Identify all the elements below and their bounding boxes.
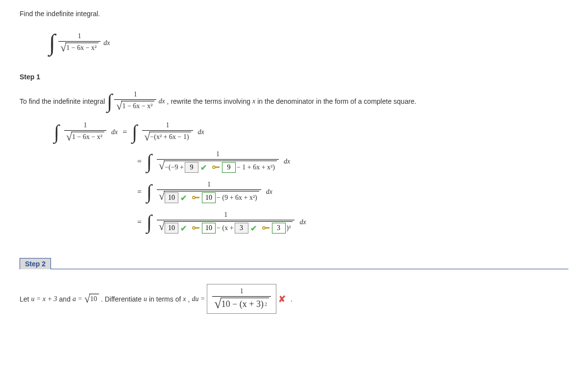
check-icon: ✔ [180, 193, 187, 203]
check-icon: ✔ [180, 224, 187, 233]
key-icon [212, 164, 220, 171]
text: , [188, 295, 190, 303]
answer-input-5[interactable] [165, 223, 178, 234]
radicand: 1 − 6x − x² [65, 43, 98, 52]
radicand: 10 [89, 294, 99, 303]
eq-row-4: = ∫ 1 √ ✔ − (x + [137, 211, 568, 234]
radicand: 1 − 6x − x² [121, 101, 154, 110]
main-integral: ∫ 1 √ 1 − 6x − x² dx [49, 32, 568, 53]
answer-input-4[interactable] [202, 192, 216, 203]
answer-input-3[interactable] [165, 192, 178, 203]
equals-sign: = [122, 128, 127, 137]
step2-divider [20, 269, 568, 269]
check-icon: ✔ [250, 224, 257, 233]
text: and [59, 295, 71, 303]
u-def: u = x + 3 [31, 295, 57, 303]
numerator: 1 [132, 91, 139, 99]
dx-label: dx [158, 97, 165, 105]
key-icon [262, 224, 270, 232]
dx-label: dx [103, 39, 110, 47]
radicand: 1 − 6x − x² [71, 132, 104, 141]
text: To find the indefinite integral [20, 97, 105, 105]
integral-sign-icon: ∫ [132, 124, 137, 140]
text: , rewrite the terms involving [167, 97, 250, 105]
numerator: 1 [222, 211, 229, 220]
integral-sign-icon: ∫ [54, 124, 59, 140]
text: − (9 + 6x + x²) [217, 194, 257, 202]
dx-label: dx [198, 128, 204, 136]
equals-sign: = [137, 157, 142, 166]
numerator: 1 [214, 150, 221, 159]
text: −(−9 + [165, 164, 184, 171]
step2-header: Step 2 [20, 258, 51, 269]
du-answer-box[interactable]: 1 √ 10 − (x + 3)2 [207, 284, 276, 314]
var-u: u [144, 295, 147, 303]
cross-icon: ✘ [278, 294, 286, 305]
a-def: a = [73, 295, 82, 303]
numerator: 1 [76, 32, 83, 41]
var-x: x [252, 97, 255, 105]
text: − 1 + 6x + x²) [237, 164, 275, 171]
dx-label: dx [266, 188, 272, 196]
question-prompt: Find the indefinite integral. [20, 10, 568, 18]
key-icon [192, 224, 200, 232]
radicand: −(x² + 6x − 1) [149, 132, 191, 141]
eq-row-2: = ∫ 1 √ −(−9 + ✔ − 1 + 6x + x²) [137, 150, 568, 173]
numerator: 1 [205, 181, 213, 189]
text: . Differentiate [101, 295, 142, 303]
dx-label: dx [299, 218, 306, 226]
numerator: 1 [82, 121, 89, 130]
equals-sign: = [137, 218, 142, 227]
text: in terms of [149, 295, 181, 303]
text: Let [20, 295, 29, 303]
dot: . [291, 295, 293, 303]
answer-input-8[interactable] [272, 223, 286, 234]
integral-sign-icon: ∫ [147, 154, 152, 169]
du-label: du = [192, 295, 205, 303]
key-icon [192, 194, 200, 202]
text: in the denominator in the form of a comp… [257, 97, 416, 105]
integral-sign-icon: ∫ [107, 94, 112, 109]
eq-row-3: = ∫ 1 √ ✔ − (9 + 6x + x²) [137, 181, 568, 203]
check-icon: ✔ [200, 163, 207, 172]
step1-intro: To find the indefinite integral ∫ 1 √ 1 … [20, 91, 568, 112]
numerator: 1 [164, 121, 171, 130]
answer-input-7[interactable] [235, 223, 248, 234]
integral-sign-icon: ∫ [49, 33, 55, 52]
dx-label: dx [111, 128, 118, 136]
answer-input-6[interactable] [202, 223, 216, 234]
answer-input-1[interactable] [185, 162, 198, 173]
step2-line: Let u = x + 3 and a = √ 10 . Differentia… [20, 284, 568, 314]
text: )² [287, 224, 291, 232]
text: − (x + [217, 224, 233, 232]
dx-label: dx [284, 158, 290, 165]
equals-sign: = [137, 188, 142, 196]
answer-input-2[interactable] [222, 162, 236, 173]
var-x: x [183, 295, 186, 303]
radicand-text: 10 − (x + 3) [221, 299, 264, 309]
integral-sign-icon: ∫ [147, 214, 152, 230]
numerator: 1 [238, 287, 245, 296]
eq-row-1: ∫ 1 √1 − 6x − x² dx = ∫ 1 √−(x² + 6x − 1… [54, 121, 568, 142]
integral-sign-icon: ∫ [147, 184, 152, 200]
exponent: 2 [265, 302, 267, 307]
step1-header: Step 1 [20, 73, 568, 81]
